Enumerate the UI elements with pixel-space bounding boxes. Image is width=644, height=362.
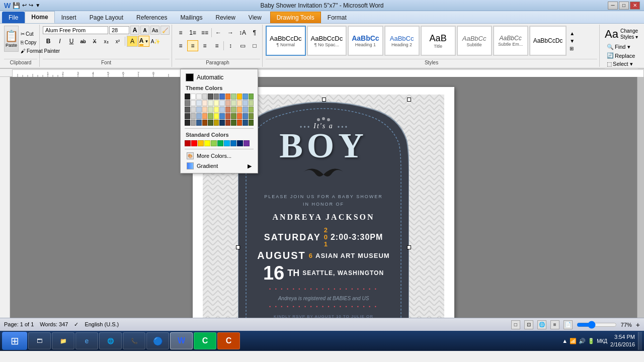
- full-screen-btn[interactable]: ⊡: [524, 320, 533, 329]
- quick-undo[interactable]: ↩: [22, 2, 27, 9]
- color-swatch[interactable]: [214, 107, 219, 113]
- color-swatch[interactable]: [202, 107, 208, 113]
- color-swatch[interactable]: [219, 94, 225, 100]
- styles-scroll-up[interactable]: ▲: [570, 31, 575, 36]
- tab-file[interactable]: File: [2, 12, 25, 23]
- replace-button[interactable]: 🔄 Replace: [605, 51, 638, 60]
- change-case-btn[interactable]: Aa: [150, 26, 159, 35]
- web-layout-btn[interactable]: 🌐: [537, 320, 546, 329]
- color-swatch[interactable]: [208, 120, 213, 126]
- color-swatch[interactable]: [202, 94, 208, 100]
- subscript-button[interactable]: x₂: [101, 36, 112, 47]
- color-swatch[interactable]: [225, 120, 231, 126]
- std-color-lime[interactable]: [211, 140, 217, 146]
- color-swatch[interactable]: [249, 94, 254, 100]
- color-swatch[interactable]: [243, 100, 248, 106]
- color-swatch[interactable]: [196, 94, 202, 100]
- taskbar-app-viber[interactable]: 📞: [123, 332, 145, 349]
- color-swatch[interactable]: [225, 94, 231, 100]
- std-color-red[interactable]: [191, 140, 197, 146]
- color-swatch[interactable]: [185, 94, 190, 100]
- multilevel-list-button[interactable]: ≡≡: [199, 27, 210, 38]
- paste-button[interactable]: 📋 Paste: [4, 26, 19, 52]
- color-auto-option[interactable]: Automatic: [183, 71, 256, 83]
- italic-button[interactable]: I: [54, 36, 65, 47]
- tab-view[interactable]: View: [242, 12, 268, 23]
- justify-button[interactable]: ≡: [211, 40, 222, 51]
- strikethrough2-button[interactable]: X: [89, 36, 100, 47]
- color-swatch[interactable]: [208, 100, 213, 106]
- align-right-button[interactable]: ≡: [199, 40, 210, 51]
- color-swatch[interactable]: [219, 113, 225, 119]
- taskbar-app-2[interactable]: 📁: [52, 332, 74, 349]
- print-layout-btn[interactable]: □: [511, 320, 520, 329]
- color-swatch[interactable]: [249, 107, 254, 113]
- color-swatch[interactable]: [231, 113, 236, 119]
- gradient-button[interactable]: Gradient ▶: [183, 161, 256, 171]
- superscript-button[interactable]: x²: [112, 36, 123, 47]
- tab-references[interactable]: References: [130, 12, 174, 23]
- color-swatch[interactable]: [208, 94, 213, 100]
- maximize-button[interactable]: □: [619, 2, 629, 10]
- color-swatch[interactable]: [231, 94, 236, 100]
- show-desktop-btn[interactable]: [638, 332, 642, 350]
- color-swatch[interactable]: [196, 100, 202, 106]
- color-swatch[interactable]: [214, 100, 219, 106]
- styles-expand[interactable]: ⊞: [570, 46, 575, 51]
- color-swatch[interactable]: [243, 107, 248, 113]
- numbering-button[interactable]: 1≡: [187, 27, 198, 38]
- tab-review[interactable]: Review: [209, 12, 242, 23]
- color-swatch[interactable]: [231, 100, 236, 106]
- style-no-spacing[interactable]: AaBbCcDc ¶ No Spac...: [307, 26, 347, 56]
- tab-drawing-tools[interactable]: Drawing Tools: [270, 12, 321, 23]
- text-effects-button[interactable]: A✨: [150, 36, 161, 47]
- color-swatch[interactable]: [214, 113, 219, 119]
- font-name-input[interactable]: Alum Free Prom: [43, 26, 108, 34]
- center-button[interactable]: ≡: [187, 40, 198, 51]
- color-swatch[interactable]: [237, 113, 243, 119]
- style-heading2[interactable]: AaBbCc Heading 2: [384, 26, 420, 56]
- std-color-darkblue[interactable]: [237, 140, 243, 146]
- document-scroll[interactable]: • • • It's a • • • BOY: [10, 77, 637, 318]
- zoom-slider[interactable]: [577, 322, 617, 327]
- color-swatch[interactable]: [202, 100, 208, 106]
- style-extra[interactable]: AaBbCcDc: [529, 26, 567, 56]
- taskbar-app-3[interactable]: e: [75, 332, 98, 349]
- std-color-blue[interactable]: [230, 140, 236, 146]
- color-swatch[interactable]: [196, 113, 202, 119]
- std-color-yellow[interactable]: [204, 140, 210, 146]
- style-heading1[interactable]: AaBbCc Heading 1: [348, 26, 383, 56]
- styles-scroll-down[interactable]: ▼: [570, 38, 575, 44]
- color-swatch[interactable]: [185, 120, 190, 126]
- font-size-decrease[interactable]: A: [130, 26, 139, 35]
- color-swatch[interactable]: [243, 120, 248, 126]
- taskbar-app-c2[interactable]: C: [217, 332, 240, 349]
- color-swatch[interactable]: [243, 94, 248, 100]
- highlight-button[interactable]: A: [127, 36, 138, 47]
- std-color-orange[interactable]: [198, 140, 204, 146]
- tab-home[interactable]: Home: [25, 11, 54, 23]
- style-normal[interactable]: AaBbCcDc ¶ Normal: [266, 26, 306, 56]
- bold-button[interactable]: B: [43, 36, 54, 47]
- find-button[interactable]: 🔍 Find ▾: [605, 43, 638, 51]
- change-styles-icon[interactable]: Aa: [605, 28, 618, 41]
- underline-button[interactable]: U: [66, 36, 77, 47]
- color-swatch[interactable]: [185, 107, 190, 113]
- line-spacing-button[interactable]: ↕: [225, 40, 236, 51]
- color-swatch[interactable]: [237, 94, 243, 100]
- color-swatch[interactable]: [185, 100, 190, 106]
- color-swatch[interactable]: [196, 120, 202, 126]
- quick-dropdown[interactable]: ▼: [35, 3, 40, 8]
- color-swatch[interactable]: [208, 107, 213, 113]
- style-subtle-emphasis[interactable]: AaBbCc Subtle Em...: [493, 26, 528, 56]
- taskbar-app-1[interactable]: 🗔: [28, 332, 51, 349]
- bullets-button[interactable]: ≡: [175, 27, 186, 38]
- taskbar-app-word[interactable]: W: [170, 332, 193, 349]
- font-color-dropdown-arrow[interactable]: ▼: [144, 39, 148, 44]
- font-size-input[interactable]: 28: [109, 26, 129, 34]
- color-swatch[interactable]: [243, 113, 248, 119]
- more-colors-button[interactable]: 🎨 More Colors...: [183, 151, 256, 161]
- color-swatch[interactable]: [208, 113, 213, 119]
- sort-button[interactable]: ↕A: [237, 27, 248, 38]
- color-swatch[interactable]: [191, 113, 196, 119]
